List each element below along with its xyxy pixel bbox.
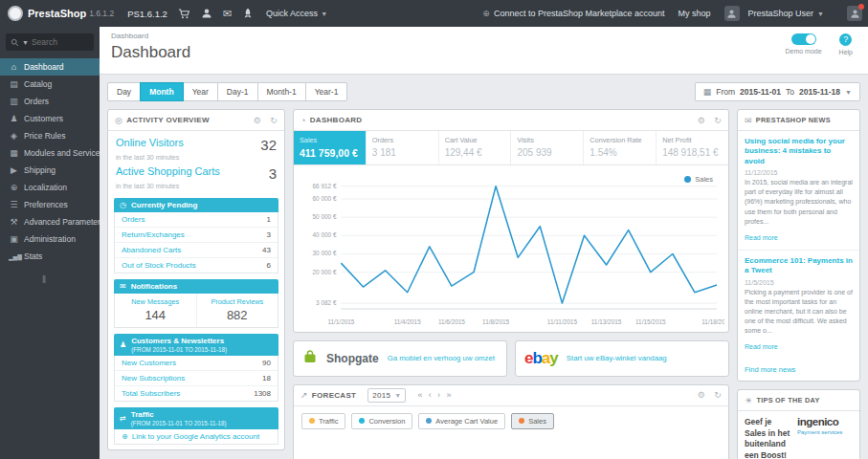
- cart-icon: ▥: [9, 97, 19, 106]
- find-more-news-link[interactable]: Find more news: [738, 359, 859, 381]
- demo-mode-toggle[interactable]: [791, 33, 816, 45]
- next-page-icon[interactable]: ›: [435, 390, 442, 400]
- user-menu[interactable]: PrestaShop User▼: [724, 6, 824, 21]
- svg-text:66 912 €: 66 912 €: [313, 183, 337, 189]
- read-more-link[interactable]: Read more: [745, 234, 778, 241]
- tip-icon: ☀: [745, 396, 752, 405]
- filter-row: Day Month Year Day-1 Month-1 Year-1 ▦ Fr…: [107, 82, 860, 101]
- pending-orders-row[interactable]: Orders1: [115, 212, 278, 228]
- ebay-promo-card[interactable]: ebay Start uw eBay-winkel vandaag: [515, 340, 729, 377]
- kpi-tab-cart-value[interactable]: Cart Value129,44 €: [438, 131, 511, 164]
- news-article-title[interactable]: Using social media for your business: 4 …: [745, 137, 853, 166]
- sidebar-item-orders[interactable]: ▥Orders: [0, 93, 100, 110]
- dashboard-panel: ◔ DASHBOARD ⚙ ↻ Sales411 759,00 € Orders…: [293, 109, 729, 333]
- period-month-button[interactable]: Month: [140, 82, 184, 101]
- active-carts-link[interactable]: Active Shopping Carts: [116, 165, 220, 177]
- read-more-link[interactable]: Read more: [745, 343, 778, 350]
- new-customers-row[interactable]: New Customers90: [115, 356, 278, 371]
- news-panel-title: PRESTASHOP NEWS: [756, 116, 831, 124]
- orders-cart-icon[interactable]: [178, 8, 190, 20]
- refresh-icon[interactable]: ↻: [714, 390, 722, 400]
- wrench-icon: ⚒: [9, 217, 19, 227]
- google-analytics-link-row[interactable]: ⊕Link to your Google Analytics account: [115, 429, 278, 444]
- dashboard-panel-title: DASHBOARD: [310, 116, 363, 124]
- svg-text:11/13/2015: 11/13/2015: [591, 318, 622, 325]
- kpi-tab-visits[interactable]: Visits205 939: [510, 131, 583, 164]
- ebay-link[interactable]: Start uw eBay-winkel vandaag: [567, 354, 667, 363]
- search-input[interactable]: [32, 37, 89, 47]
- chevron-down-icon: ▼: [394, 392, 401, 399]
- sidebar-item-price-rules[interactable]: ◈Price Rules: [0, 127, 100, 144]
- news-article-title[interactable]: Ecommerce 101: Payments in a Tweet: [745, 256, 853, 276]
- forecast-toggle-traffic[interactable]: Traffic: [301, 413, 345, 429]
- forecast-toggle-conversion[interactable]: Conversion: [351, 413, 412, 429]
- sidebar-collapse-toggle[interactable]: ‖: [42, 274, 100, 285]
- main-area: Dashboard Dashboard Demo mode ? Help Day…: [100, 27, 868, 459]
- kpi-tab-orders[interactable]: Orders3 181: [366, 131, 438, 164]
- sidebar-item-customers[interactable]: ♟Customers: [0, 110, 100, 127]
- kpi-tab-net-profit[interactable]: Net Profit148 918,51 €: [656, 131, 728, 164]
- shop-name[interactable]: PS1.6.1.2: [127, 9, 167, 19]
- marketplace-link[interactable]: ⊕ Connect to PrestaShop Marketplace acco…: [482, 9, 664, 18]
- tips-of-the-day-panel: ☀ TIPS OF THE DAY Geef je Sales in het b…: [737, 389, 860, 459]
- sidebar-search[interactable]: ▼: [6, 33, 94, 51]
- period-day-1-button[interactable]: Day-1: [217, 82, 258, 101]
- help-icon[interactable]: ?: [839, 33, 852, 46]
- sidebar-item-stats[interactable]: ▂▅▇Stats: [0, 248, 100, 265]
- forecast-year-select[interactable]: 2015▼: [367, 388, 406, 403]
- svg-text:50 000 €: 50 000 €: [313, 213, 337, 220]
- forecast-toggle-average-cart-value[interactable]: Average Cart Value: [418, 413, 505, 429]
- shopgate-promo-card[interactable]: Shopgate Ga mobiel en verhoog uw omzet: [293, 340, 507, 377]
- abandoned-carts-row[interactable]: Abandoned Carts43: [115, 243, 278, 258]
- tag-icon: ◈: [9, 131, 19, 141]
- new-messages-cell[interactable]: New Messages 144: [115, 294, 196, 327]
- traffic-section-header: ⇄ Traffic (FROM 2015-11-01 TO 2015-11-18…: [114, 407, 278, 429]
- news-icon: ✉: [745, 116, 752, 125]
- sidebar-item-catalog[interactable]: ▤Catalog: [0, 76, 100, 93]
- out-of-stock-row[interactable]: Out of Stock Products6: [115, 258, 278, 273]
- envelope-icon: ✉: [120, 282, 126, 291]
- customers-person-icon[interactable]: [201, 8, 212, 19]
- sidebar-item-shipping[interactable]: ▶Shipping: [0, 162, 100, 179]
- refresh-icon[interactable]: ↻: [714, 116, 722, 125]
- gear-icon[interactable]: ⚙: [254, 116, 261, 125]
- sidebar-item-administration[interactable]: ▣Administration: [0, 230, 100, 248]
- svg-text:3 082 €: 3 082 €: [316, 299, 337, 306]
- gear-icon[interactable]: ⚙: [698, 116, 705, 125]
- sidebar-item-preferences[interactable]: ☰Preferences: [0, 196, 100, 213]
- my-shop-link[interactable]: My shop: [679, 9, 711, 18]
- sidebar-item-dashboard[interactable]: ⌂Dashboard: [0, 58, 100, 76]
- notifications-avatar[interactable]: [847, 6, 862, 21]
- last-page-icon[interactable]: »: [444, 390, 453, 400]
- first-page-icon[interactable]: «: [415, 390, 424, 400]
- period-day-button[interactable]: Day: [107, 82, 141, 101]
- shopgate-link[interactable]: Ga mobiel en verhoog uw omzet: [388, 354, 495, 363]
- refresh-icon[interactable]: ↻: [270, 116, 278, 125]
- quick-access-menu[interactable]: Quick Access▼: [266, 9, 327, 18]
- period-year-button[interactable]: Year: [183, 82, 218, 101]
- rocket-icon[interactable]: [242, 8, 254, 19]
- search-scope-chevron-icon[interactable]: ▼: [22, 39, 29, 46]
- new-subscriptions-row[interactable]: New Subscriptions18: [115, 371, 278, 386]
- prestashop-admin: PrestaShop 1.6.1.2 PS1.6.1.2 ✉ Quick Acc…: [0, 0, 868, 459]
- link-icon: ⊕: [122, 432, 128, 441]
- pending-returns-row[interactable]: Return/Exchanges3: [115, 228, 278, 243]
- sidebar-item-advanced-parameters[interactable]: ⚒Advanced Parameters: [0, 213, 100, 230]
- tip-headline: Geef je Sales in het buitenland een Boos…: [745, 417, 791, 459]
- sidebar-item-modules[interactable]: ▦Modules and Services: [0, 144, 100, 162]
- date-range-picker[interactable]: ▦ From 2015-11-01 To 2015-11-18 ▼: [695, 82, 860, 101]
- prestashop-logo: [8, 6, 23, 21]
- period-year-1-button[interactable]: Year-1: [305, 82, 348, 101]
- conversion-dot: [359, 418, 365, 424]
- total-subscribers-row[interactable]: Total Subscribers1308: [115, 386, 278, 401]
- sidebar-item-localization[interactable]: ⊕Localization: [0, 179, 100, 196]
- messages-icon[interactable]: ✉: [223, 8, 232, 20]
- period-month-1-button[interactable]: Month-1: [257, 82, 306, 101]
- online-visitors-link[interactable]: Online Visitors: [116, 137, 184, 148]
- prev-page-icon[interactable]: ‹: [427, 390, 434, 400]
- kpi-tab-sales[interactable]: Sales411 759,00 €: [294, 131, 366, 164]
- product-reviews-cell[interactable]: Product Reviews 882: [196, 294, 278, 327]
- kpi-tab-conversion-rate[interactable]: Conversion Rate1.54%: [583, 131, 656, 164]
- gear-icon[interactable]: ⚙: [698, 390, 705, 400]
- forecast-toggle-sales[interactable]: Sales: [511, 413, 554, 429]
